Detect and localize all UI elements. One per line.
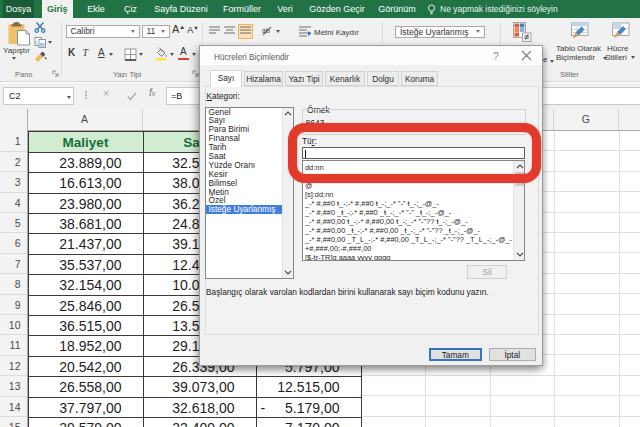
svg-text:ab: ab <box>262 27 270 34</box>
